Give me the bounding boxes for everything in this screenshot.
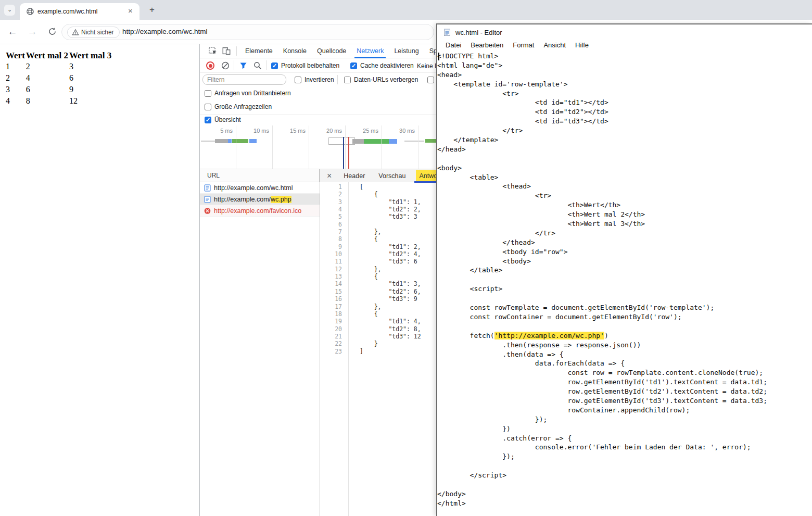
overview-checkbox[interactable]: Übersicht — [205, 116, 241, 123]
editor-code-line: .then(response => response.json()) — [437, 341, 812, 350]
request-row[interactable]: http://example.com/wc.php — [200, 194, 320, 205]
editor-code-line: <tr> — [437, 191, 812, 200]
page-table-cell: 3 — [69, 62, 111, 72]
devtools-tab-konsole[interactable]: Konsole — [278, 44, 312, 58]
page-table-cell: 12 — [69, 96, 111, 107]
devtools-tab-leistung[interactable]: Leistung — [389, 44, 424, 58]
security-chip[interactable]: Nicht sicher — [67, 27, 120, 38]
menu-format[interactable]: Format — [508, 40, 539, 52]
editor-code-line: <tbody> — [437, 257, 812, 266]
editor-code-line — [437, 322, 812, 331]
devtools-tab-elemente[interactable]: Elemente — [240, 44, 278, 58]
clear-icon[interactable] — [221, 61, 230, 70]
preserve-log-checkbox[interactable]: Protokoll beibehalten — [271, 62, 339, 69]
editor-code-line: }); — [437, 415, 812, 424]
waterfall-bar — [232, 139, 248, 143]
filter-icon[interactable] — [239, 62, 247, 69]
detail-tabs: HeaderVorschauAntwort — [337, 170, 448, 182]
page-table-cell: 6 — [69, 73, 111, 84]
devtools-tab-quellcode[interactable]: Quellcode — [312, 44, 351, 58]
close-icon[interactable]: × — [327, 170, 332, 182]
domcontentloaded-marker — [343, 137, 344, 169]
editor-code[interactable]: <!DOCTYPE html><html lang="de"><head> <t… — [437, 52, 812, 508]
detail-tab-vorschau[interactable]: Vorschau — [375, 170, 409, 182]
request-row[interactable]: http://example.com/favicon.ico — [200, 205, 320, 217]
new-tab-button[interactable]: + — [146, 4, 158, 16]
forward-button[interactable]: → — [25, 24, 40, 39]
editor-code-line: fetch('http://example.com/wc.php') — [437, 331, 812, 341]
invert-checkbox[interactable]: Invertieren — [295, 76, 334, 83]
menu-datei[interactable]: Datei — [441, 40, 466, 52]
waterfall-bar — [228, 139, 232, 143]
timeline-tick-label: 20 ms — [318, 128, 342, 134]
checkbox-label: Anfragen von Drittanbietern — [214, 90, 291, 97]
editor-code-line: <thead> — [437, 182, 812, 191]
page-table-cell: 2 — [6, 73, 25, 84]
editor-code-line: </tr> — [437, 126, 812, 135]
page-table-header: Wert mal 2 — [26, 51, 68, 61]
editor-code-line: const rowTemplate = document.getElementB… — [437, 303, 812, 312]
timeline-tick-label: 10 ms — [245, 128, 269, 134]
url-column-header[interactable]: URL — [200, 169, 320, 182]
editor-menubar: DateiBearbeitenFormatAnsichtHilfe — [437, 40, 812, 52]
editor-code-line — [437, 275, 812, 284]
editor-titlebar[interactable]: wc.html - Editor — [437, 24, 812, 40]
editor-code-line — [437, 294, 812, 303]
filter-input[interactable] — [202, 74, 286, 85]
waterfall-bar — [249, 139, 257, 143]
editor-code-line: }) — [437, 424, 812, 434]
editor-code-line: const row = rowTemplate.content.cloneNod… — [437, 368, 812, 377]
editor-code-line: <head> — [437, 70, 812, 80]
timeline-gridline — [309, 125, 309, 169]
text-cursor — [438, 53, 439, 60]
editor-code-line: </script> — [437, 471, 812, 480]
menu-hilfe[interactable]: Hilfe — [570, 40, 593, 52]
tab-search-button[interactable]: ⌄ — [4, 5, 15, 16]
editor-code-line: .catch(error => { — [437, 434, 812, 443]
request-row[interactable]: http://example.com/wc.html — [200, 182, 320, 194]
warning-icon — [72, 29, 79, 36]
devtools-tab-netzwerk[interactable]: Netzwerk — [351, 44, 389, 58]
editor-code-line: <!DOCTYPE html> — [437, 52, 812, 61]
request-list: http://example.com/wc.htmlhttp://example… — [200, 182, 320, 217]
search-icon[interactable] — [253, 61, 262, 70]
inspect-element-icon[interactable] — [206, 46, 220, 56]
record-dot — [209, 64, 212, 68]
document-icon — [204, 184, 211, 192]
reload-button[interactable] — [45, 24, 59, 39]
menu-bearbeiten[interactable]: Bearbeiten — [466, 40, 508, 52]
big-rows-checkbox[interactable]: Große Anfragezeilen — [205, 103, 272, 110]
page-table-row: 123 — [6, 62, 111, 72]
page-table-row: 246 — [6, 73, 111, 84]
timeline-gridline — [236, 125, 236, 169]
browser-tab-strip: ⌄ example.com/wc.html × + — [0, 0, 812, 20]
toolbar-divider — [337, 75, 338, 84]
editor-code-line: </head> — [437, 145, 812, 154]
browser-tab[interactable]: example.com/wc.html × — [20, 3, 139, 20]
checkbox-label: Cache deaktivieren — [360, 62, 414, 69]
disable-cache-checkbox[interactable]: Cache deaktivieren — [350, 62, 414, 69]
third-party-checkbox[interactable]: Anfragen von Drittanbietern — [205, 90, 291, 97]
device-toolbar-icon[interactable] — [220, 46, 233, 56]
editor-code-line: <template id='row-template'> — [437, 80, 812, 89]
response-gutter: 1 2 3 4 5 6 7 8 9 10 11 12 13 14 15 16 1… — [320, 182, 348, 516]
waterfall-bar — [352, 139, 364, 144]
editor-code-line: <html lang="de"> — [437, 61, 812, 70]
request-url: http://example.com/favicon.ico — [214, 207, 301, 215]
menu-ansicht[interactable]: Ansicht — [539, 40, 570, 52]
page-table-head: WertWert mal 2Wert mal 3 — [6, 51, 111, 61]
page-table-row: 369 — [6, 85, 111, 95]
editor-code-line: </html> — [437, 499, 812, 508]
checkbox-label: Invertieren — [304, 76, 334, 83]
address-bar[interactable]: Nicht sicher http://example.com/wc.html — [61, 24, 434, 40]
record-icon[interactable] — [206, 61, 214, 70]
tab-close-icon[interactable]: × — [126, 7, 135, 16]
editor-code-line: <table> — [437, 173, 812, 182]
page-table-cell: 6 — [26, 85, 68, 95]
back-button[interactable]: ← — [5, 24, 20, 39]
checkbox-box — [295, 77, 301, 83]
hide-data-urls-checkbox[interactable]: Daten-URLs verbergen — [344, 76, 418, 83]
detail-tab-header[interactable]: Header — [340, 170, 368, 182]
toolbar-divider — [234, 60, 234, 70]
editor-code-line: <th>Wert mal 3</th> — [437, 219, 812, 229]
